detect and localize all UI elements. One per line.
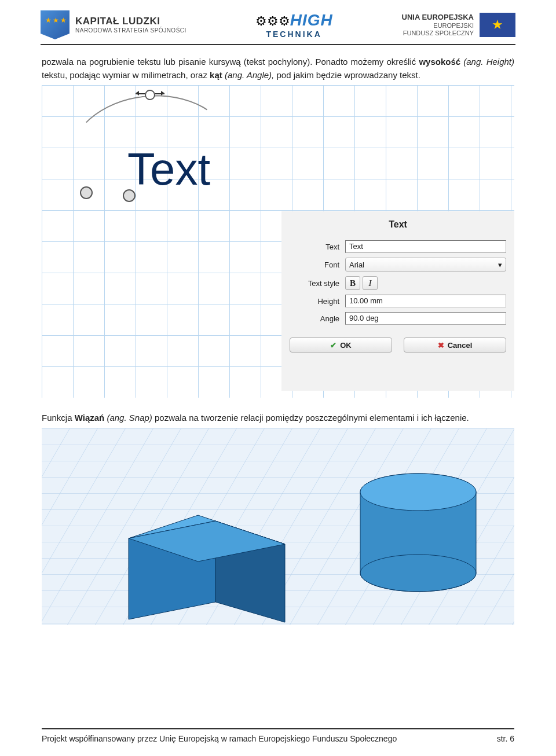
eu-line3: FUNDUSZ SPOŁECZNY bbox=[402, 30, 474, 37]
ht-bottom: TECHNIKA bbox=[266, 30, 321, 39]
rotation-handle bbox=[145, 90, 155, 100]
text-properties-panel: Text Text Text Font Arial ▾ Text style B… bbox=[281, 211, 514, 391]
bold-button[interactable]: B bbox=[345, 276, 360, 290]
label-font: Font bbox=[281, 260, 339, 269]
eu-flag-icon: ★ bbox=[480, 13, 515, 37]
page-header: KAPITAŁ LUDZKI NARODOWA STRATEGIA SPÓJNO… bbox=[0, 0, 556, 44]
label-height: Height bbox=[281, 297, 339, 306]
paragraph-1: pozwala na pogrubienie tekstu lub pisani… bbox=[42, 56, 514, 82]
label-text: Text bbox=[281, 243, 339, 251]
page-content: pozwala na pogrubienie tekstu lub pisani… bbox=[0, 56, 556, 625]
shapes-svg bbox=[42, 428, 514, 625]
close-icon: ✖ bbox=[438, 341, 444, 350]
input-height[interactable]: 10.00 mm bbox=[345, 295, 506, 307]
kl-star-icon bbox=[41, 10, 70, 39]
eu-line2: EUROPEJSKI bbox=[402, 22, 474, 30]
hightechnika-logo: ⚙⚙⚙HIGH TECHNIKA bbox=[255, 11, 333, 39]
footer-rule bbox=[42, 728, 514, 729]
eu-line1: UNIA EUROPEJSKA bbox=[402, 13, 474, 22]
ht-top: HIGH bbox=[290, 11, 333, 29]
panel-title: Text bbox=[281, 211, 514, 238]
cancel-button[interactable]: ✖Cancel bbox=[404, 337, 506, 353]
kl-subtitle: NARODOWA STRATEGIA SPÓJNOŚCI bbox=[75, 27, 186, 34]
italic-button[interactable]: I bbox=[363, 276, 378, 290]
footer-text: Projekt współfinansowany przez Unię Euro… bbox=[42, 734, 397, 743]
svg-point-8 bbox=[360, 474, 476, 511]
figure-snap-shapes bbox=[42, 428, 514, 625]
chevron-down-icon: ▾ bbox=[498, 260, 502, 269]
figure-text-tool: Text Text Text Text Font Arial ▾ Text st… bbox=[42, 85, 514, 398]
cylinder-shape bbox=[360, 474, 476, 592]
header-rule bbox=[41, 44, 515, 45]
paragraph-2: Funkcja Wiązań (ang. Snap) pozwala na tw… bbox=[42, 412, 514, 425]
input-text[interactable]: Text bbox=[345, 240, 506, 253]
eu-logo-block: UNIA EUROPEJSKA EUROPEJSKI FUNDUSZ SPOŁE… bbox=[402, 13, 515, 37]
page-number: str. 6 bbox=[497, 734, 514, 743]
sample-text: Text bbox=[127, 143, 210, 196]
gears-icon: ⚙⚙⚙ bbox=[255, 14, 290, 29]
kl-title: KAPITAŁ LUDZKI bbox=[75, 16, 186, 27]
handle-dot-icon bbox=[80, 186, 93, 199]
label-angle: Angle bbox=[281, 314, 339, 323]
ok-button[interactable]: ✔OK bbox=[290, 337, 392, 353]
page-footer: Projekt współfinansowany przez Unię Euro… bbox=[0, 728, 556, 743]
kapital-ludzki-logo: KAPITAŁ LUDZKI NARODOWA STRATEGIA SPÓJNO… bbox=[41, 10, 186, 39]
input-angle[interactable]: 90.0 deg bbox=[345, 312, 506, 325]
label-textstyle: Text style bbox=[281, 279, 339, 288]
check-icon: ✔ bbox=[330, 341, 336, 350]
select-font[interactable]: Arial ▾ bbox=[345, 258, 506, 271]
